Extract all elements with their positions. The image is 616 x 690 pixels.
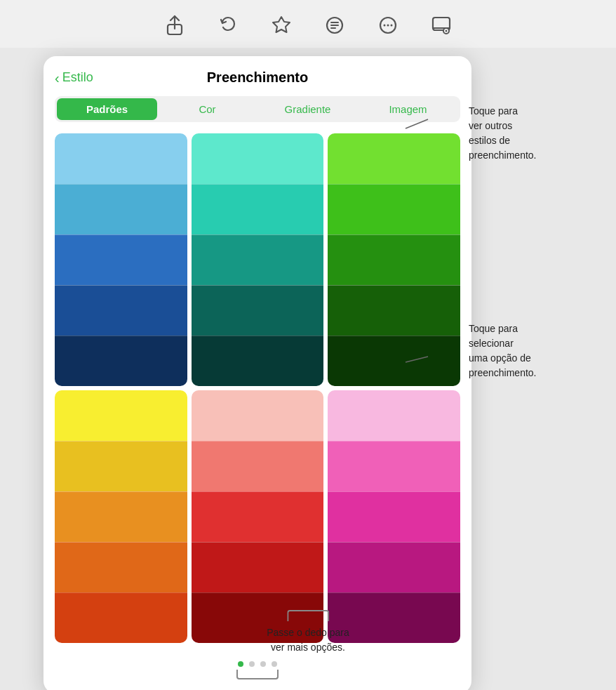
color-column-pink [192,390,324,643]
swatch-teal-4[interactable] [192,285,324,336]
more-icon[interactable] [375,13,401,38]
swatch-yellow-2[interactable] [55,441,187,491]
bracket-bottom-line [287,610,329,621]
svg-point-8 [391,25,393,27]
page-dot-1[interactable] [238,661,243,667]
share-icon[interactable] [162,13,187,38]
paintbrush-icon[interactable] [269,13,294,38]
swatch-blue-4[interactable] [55,285,187,336]
page-dots [238,661,277,667]
swatch-magenta-4[interactable] [328,542,460,592]
page-dot-2[interactable] [249,661,255,667]
swatch-yellow-1[interactable] [55,390,187,441]
swatch-blue-2[interactable] [55,184,187,234]
swatch-magenta-3[interactable] [328,491,460,542]
back-button[interactable]: ‹ Estilo [55,70,93,85]
tab-imagem[interactable]: Imagem [358,98,458,120]
swatch-red-1[interactable] [192,491,324,542]
color-column-magenta [328,390,460,643]
fill-tabs: Padrões Cor Gradiente Imagem [55,96,460,122]
swatch-green-4[interactable] [328,285,460,336]
undo-icon[interactable] [215,13,241,38]
panel-title: Preenchimento [207,69,308,86]
swatch-green-3[interactable] [328,234,460,285]
svg-point-6 [384,25,386,27]
swatch-teal-5[interactable] [192,336,324,386]
swatch-blue-3[interactable] [55,234,187,285]
annotation-mid-text: Toque paraselecionaruma opção depreenchi… [469,323,537,378]
bottom-section [43,649,471,679]
swatch-teal-2[interactable] [192,184,324,234]
color-column-teal [192,133,324,386]
swatch-blue-5[interactable] [55,336,187,386]
svg-point-7 [387,25,389,27]
swatch-green-2[interactable] [328,184,460,234]
toolbar [0,0,616,48]
bottom-annotation: Passe o dedo paraver mais opções. [267,610,349,655]
swatch-green-5[interactable] [328,336,460,386]
swatch-magenta-2[interactable] [328,441,460,491]
tab-cor[interactable]: Cor [157,98,257,120]
bottom-annotation-text: Passe o dedo paraver mais opções. [267,625,349,655]
page-dot-4[interactable] [272,661,277,667]
swatch-orange-2[interactable] [55,592,187,643]
swatch-teal-1[interactable] [192,133,324,184]
page-dot-3[interactable] [260,661,266,667]
color-column-green [328,133,460,386]
svg-point-12 [446,30,448,32]
swatch-yellow-3[interactable] [55,491,187,542]
bracket-icon [236,670,279,679]
annotation-top: Toque paraver outrosestilos depreenchime… [469,104,537,163]
swatch-orange-1[interactable] [55,542,187,592]
swatch-green-1[interactable] [328,133,460,184]
tab-padroes[interactable]: Padrões [57,98,157,120]
back-chevron-icon: ‹ [55,71,60,85]
comment-icon[interactable] [322,13,347,38]
back-label: Estilo [62,70,93,85]
panel-header: ‹ Estilo Preenchimento [43,56,471,96]
tab-gradiente[interactable]: Gradiente [257,98,358,120]
swatch-pink-1[interactable] [192,390,324,441]
eye-icon[interactable] [429,13,454,38]
annotation-mid: Toque paraselecionaruma opção depreenchi… [469,321,537,380]
swatch-blue-1[interactable] [55,133,187,184]
fill-panel: ‹ Estilo Preenchimento Padrões Cor Gradi… [43,56,471,690]
annotation-top-text: Toque paraver outrosestilos depreenchime… [469,105,537,161]
color-column-blue [55,133,187,386]
swatch-magenta-1[interactable] [328,390,460,441]
swatch-red-2[interactable] [192,542,324,592]
color-grid [43,133,471,643]
color-column-yellow [55,390,187,643]
swatch-teal-3[interactable] [192,234,324,285]
swatch-pink-2[interactable] [192,441,324,491]
